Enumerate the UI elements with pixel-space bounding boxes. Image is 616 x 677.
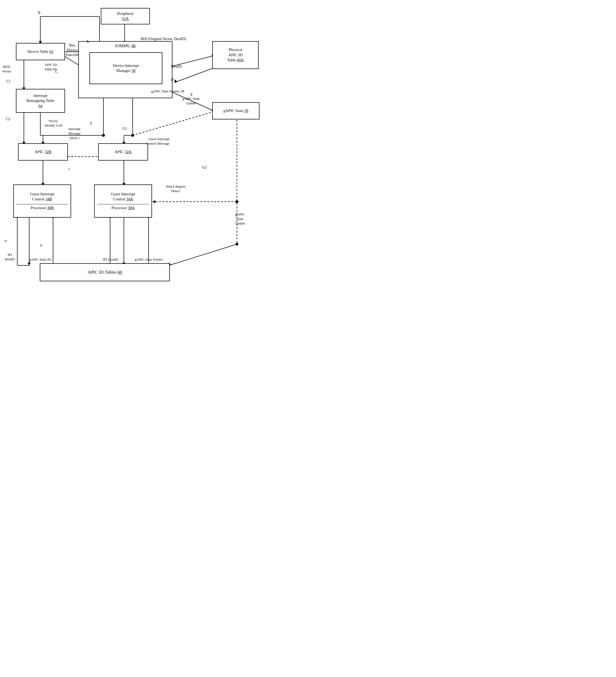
gic-34a-label: Guest InterruptControl 34A [111, 192, 135, 201]
physical-apic-label: PhysicalAPIC IDTable 60A [227, 47, 244, 63]
processor-30a-label: Processor 30A [111, 206, 135, 211]
d-label: D [171, 78, 174, 82]
svg-marker-54 [152, 200, 155, 203]
interrupt-message-host-label: InterruptMessage(Host ) [68, 127, 81, 140]
processor-30b-label: Processor 30B [31, 206, 54, 211]
apic-32b-label: APIC 32B [35, 149, 51, 155]
gapic-state-pointer-ir-label: gAPIC State Pointer, IR [151, 89, 184, 94]
ipi-destid-left-label: IPIDestID [5, 253, 15, 262]
bus-device-function-label: Bus,Device,Function [66, 43, 79, 57]
watch-region-detect-label: Watch RegionDetect [166, 184, 185, 193]
svg-point-24 [102, 134, 105, 137]
svg-point-52 [236, 243, 238, 245]
c2-label: C2 [6, 117, 10, 122]
f-label: F [90, 121, 92, 126]
gapic-state-update-e-label: gAPIC StateUpdate [183, 97, 200, 106]
svg-marker-20 [175, 80, 177, 83]
iommu-ref: 40 [131, 44, 136, 48]
gic-34b-label: Guest InterruptControl 34B [30, 192, 54, 201]
svg-point-55 [236, 200, 238, 203]
guest-interrupt-control-message-label: Guest InterruptControl Message [146, 137, 169, 146]
a-label: A [86, 39, 89, 44]
destid-label: DestID [171, 64, 182, 69]
dim-label: Device InterruptManager 38 [113, 63, 139, 74]
peripheral-label: Peripheral [117, 11, 134, 16]
peripheral-box: Peripheral 52A [101, 8, 150, 25]
physical-apic-box: PhysicalAPIC IDTable 60A [212, 41, 259, 69]
irt-label: InterruptRemapping Table64 [27, 93, 55, 109]
peripheral-ref: 52A [122, 16, 129, 21]
b-label: B [38, 11, 40, 15]
svg-line-56 [169, 244, 237, 265]
dim-box: Device InterruptManager 38 [89, 52, 162, 84]
gapic-state-ptr-left-label: gAPIC State Ptr [29, 258, 51, 262]
svg-point-29 [131, 134, 134, 137]
vector-destid-gh-label: Vector,DestID, G/H [45, 119, 62, 128]
irt-box: InterruptRemapping Table64 [16, 89, 65, 113]
a-small-label: a [5, 238, 7, 243]
diagram: Peripheral 52A IOMMU 40 Device Interrupt… [0, 0, 281, 338]
gapic-state-label: gAPIC State 58 [223, 108, 248, 114]
apic-32a-box: APIC 32A [98, 143, 148, 161]
msi-label: MSI (Original Vector, DestID) [141, 37, 186, 41]
apic-id-tables-box: APIC ID Tables 60 [40, 263, 170, 281]
svg-line-33 [133, 111, 215, 135]
c-small-label: c [68, 167, 70, 172]
device-table-label: Device Table 62 [28, 49, 54, 54]
svg-marker-41 [28, 263, 31, 265]
c-label: C [55, 70, 57, 74]
gic-34b-box: Guest InterruptControl 34B Processor 30B [13, 184, 71, 218]
g1-label: G1 [123, 126, 127, 131]
ipi-destid-right-label: IPI DestID [103, 258, 118, 262]
device-table-box: Device Table 62 [16, 43, 65, 60]
apic-id-tables-label: APIC ID Tables 60 [88, 269, 122, 275]
c1-label: C1 [6, 79, 11, 84]
gic-34a-box: Guest InterruptControl 34A Processor 30A [94, 184, 152, 218]
apic-32b-box: APIC 32B [18, 143, 68, 161]
gapic-state-pointer-right-label: gAPIC State Pointer [135, 258, 163, 262]
svg-line-19 [175, 68, 215, 82]
g2-label: G2 [202, 165, 207, 170]
irtp-vector-label: IRTP,Vector [2, 65, 11, 74]
b-small-label: b [40, 243, 42, 248]
apic-32a-label: APIC 32A [114, 149, 132, 155]
iommu-label: IOMMU [115, 44, 130, 48]
gapic-state-box: gAPIC State 58 [212, 102, 259, 120]
gapic-state-update-right-label: gAPICStateUpdate [235, 212, 245, 226]
